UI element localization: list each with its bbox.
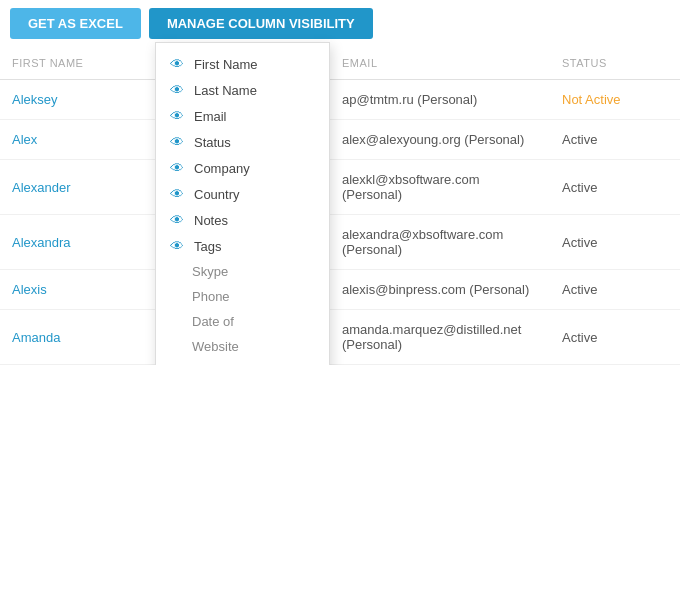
manage-visibility-button[interactable]: MANAGE COLUMN VISIBILITY (149, 8, 373, 39)
cell-firstname: Amanda (0, 310, 170, 365)
table-row: Alexalex@alexyoung.org (Personal)Active (0, 120, 680, 160)
cell-status: Active (550, 310, 680, 365)
dropdown-item-status[interactable]: 👁Status (156, 129, 329, 155)
eye-icon: 👁 (170, 56, 184, 72)
contacts-table: FIRST NAME EMAIL STATUS Alekseyap@tmtm.r… (0, 47, 680, 365)
dropdown-item-label: Website (192, 339, 239, 354)
header-email: EMAIL (330, 47, 550, 80)
cell-firstname: Alexander (0, 160, 170, 215)
cell-email: ap@tmtm.ru (Personal) (330, 80, 550, 120)
cell-status: Active (550, 120, 680, 160)
table-row: Alekseyap@tmtm.ru (Personal)Not Active (0, 80, 680, 120)
excel-button[interactable]: GET AS EXCEL (10, 8, 141, 39)
toolbar: GET AS EXCEL MANAGE COLUMN VISIBILITY (0, 0, 680, 47)
dropdown-item-label: Phone (192, 289, 230, 304)
cell-firstname: Aleksey (0, 80, 170, 120)
dropdown-item-email[interactable]: 👁Email (156, 103, 329, 129)
header-status: STATUS (550, 47, 680, 80)
dropdown-item-country[interactable]: 👁Country (156, 181, 329, 207)
dropdown-item-label: Country (194, 187, 240, 202)
dropdown-item-tags[interactable]: 👁Tags (156, 233, 329, 259)
cell-status: Active (550, 215, 680, 270)
dropdown-item-date-of[interactable]: Date of (156, 309, 329, 334)
eye-icon: 👁 (170, 134, 184, 150)
eye-icon: 👁 (170, 160, 184, 176)
dropdown-item-phone[interactable]: Phone (156, 284, 329, 309)
dropdown-item-label: Last Name (194, 83, 257, 98)
cell-status: Not Active (550, 80, 680, 120)
cell-email: alexis@binpress.com (Personal) (330, 270, 550, 310)
dropdown-item-label: Company (194, 161, 250, 176)
eye-icon: 👁 (170, 108, 184, 124)
dropdown-item-label: Skype (192, 264, 228, 279)
dropdown-item-label: Date of (192, 314, 234, 329)
eye-icon: 👁 (170, 212, 184, 228)
dropdown-item-job-title[interactable]: Job Title (156, 359, 329, 365)
table-row: Alexandraalexandra@xbsoftware.com (Perso… (0, 215, 680, 270)
cell-email: alexandra@xbsoftware.com (Personal) (330, 215, 550, 270)
cell-status: Active (550, 270, 680, 310)
cell-status: Active (550, 160, 680, 215)
dropdown-item-first-name[interactable]: 👁First Name (156, 51, 329, 77)
eye-icon: 👁 (170, 82, 184, 98)
cell-firstname: Alexandra (0, 215, 170, 270)
dropdown-item-website[interactable]: Website (156, 334, 329, 359)
dropdown-item-notes[interactable]: 👁Notes (156, 207, 329, 233)
dropdown-item-label: Tags (194, 239, 221, 254)
dropdown-item-label: First Name (194, 57, 258, 72)
eye-icon: 👁 (170, 238, 184, 254)
cell-email: alex@alexyoung.org (Personal) (330, 120, 550, 160)
dropdown-item-company[interactable]: 👁Company (156, 155, 329, 181)
dropdown-item-label: Email (194, 109, 227, 124)
column-visibility-dropdown: 👁First Name👁Last Name👁Email👁Status👁Compa… (155, 42, 330, 365)
table-row: Alexisalexis@binpress.com (Personal)Acti… (0, 270, 680, 310)
table-row: AmandaMarquezamanda.marquez@distilled.ne… (0, 310, 680, 365)
dropdown-item-label: Status (194, 135, 231, 150)
dropdown-item-label: Notes (194, 213, 228, 228)
dropdown-item-label: Job Title (192, 364, 240, 365)
eye-icon: 👁 (170, 186, 184, 202)
cell-email: amanda.marquez@distilled.net (Personal) (330, 310, 550, 365)
dropdown-item-last-name[interactable]: 👁Last Name (156, 77, 329, 103)
cell-firstname: Alexis (0, 270, 170, 310)
cell-firstname: Alex (0, 120, 170, 160)
dropdown-item-skype[interactable]: Skype (156, 259, 329, 284)
table-row: Alexanderalexkl@xbsoftware.com (Personal… (0, 160, 680, 215)
header-firstname: FIRST NAME (0, 47, 170, 80)
cell-email: alexkl@xbsoftware.com (Personal) (330, 160, 550, 215)
